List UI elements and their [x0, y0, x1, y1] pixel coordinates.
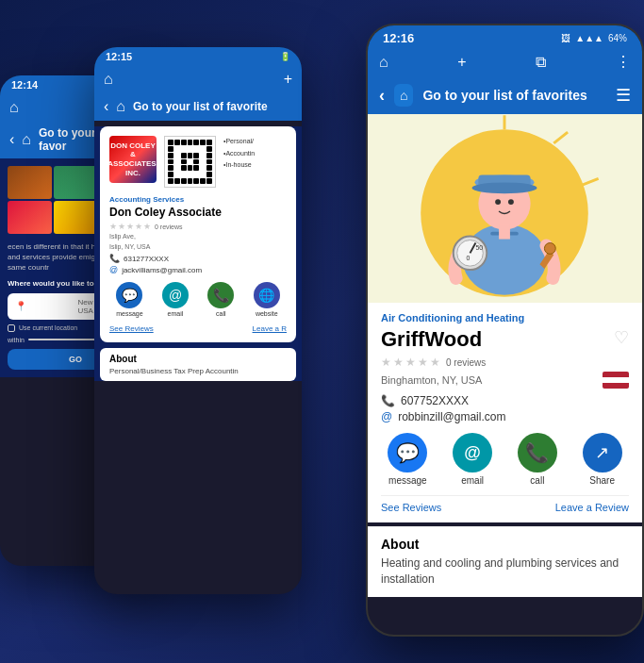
review-row-right: See Reviews Leave a Review [381, 495, 629, 513]
tabs-icon-right[interactable]: ⧉ [536, 54, 546, 71]
home-nav-icon-mid[interactable]: ⌂ [116, 98, 125, 115]
share-action-right[interactable]: ↗ Share [583, 433, 622, 486]
favorite-button-right[interactable]: ♡ [614, 327, 629, 348]
nav-title-mid: Go to your list of favorite [133, 100, 292, 113]
back-button-left[interactable]: ‹ [9, 131, 14, 148]
reviews-count-mid: 0 reviews [155, 224, 183, 230]
phone-icon-right: 📞 [381, 394, 395, 407]
call-icon-mid[interactable]: 📞 [207, 282, 234, 308]
message-icon-right[interactable]: 💬 [388, 433, 427, 472]
phone-mid: 12:15 🔋 ⌂ + ‹ ⌂ Go to your list of favor… [94, 47, 302, 594]
svg-line-2 [553, 132, 568, 143]
svg-rect-18 [499, 225, 510, 240]
svg-text:50: 50 [475, 244, 483, 251]
email-label-right: email [461, 475, 484, 486]
phone-row-right: 📞 607752XXXX [381, 394, 629, 407]
call-icon-right[interactable]: 📞 [518, 433, 557, 472]
message-label-mid: message [116, 310, 142, 317]
right-star-3: ★ [405, 356, 416, 369]
business-hero-image: 0 50 [368, 114, 642, 303]
message-icon-mid[interactable]: 💬 [116, 282, 142, 308]
call-label-right: call [530, 475, 544, 486]
nav-bar-mid: ‹ ⌂ Go to your list of favorite [94, 92, 302, 121]
reviews-count-right: 0 reviews [446, 357, 486, 368]
share-label-right: Share [589, 475, 615, 486]
within-label: within [8, 337, 25, 343]
email-address-mid: jackvilliams@gmail.com [122, 266, 202, 274]
photo-cell-1 [8, 166, 52, 199]
business-card-mid: DON COLEY & ASSOCIATES, INC. •Personal/ … [100, 126, 296, 342]
leave-review-mid[interactable]: Leave a R [253, 324, 287, 333]
status-icons-right: 🖼 ▲▲▲ 64% [561, 33, 627, 43]
phone-row-mid: 📞 631277XXXX [109, 254, 287, 263]
phone-number-mid: 631277XXXX [124, 255, 169, 263]
contact-info-right: 📞 607752XXXX @ robbinzill@gmail.com [381, 394, 629, 423]
about-text-right: Heating and cooling and plumbing service… [381, 555, 629, 588]
photo-cell-4 [8, 201, 52, 234]
home-nav-icon-left[interactable]: ⌂ [22, 131, 31, 148]
biz-name-right: GriffWood [381, 327, 482, 352]
browser-bar-mid: ⌂ + [94, 66, 302, 92]
email-action-mid[interactable]: @ email [162, 282, 189, 317]
back-button-right[interactable]: ‹ [379, 86, 385, 106]
share-icon-right[interactable]: ↗ [583, 433, 622, 472]
email-row-mid: @ jackvilliams@gmail.com [109, 265, 287, 274]
time-right: 12:16 [383, 31, 414, 45]
photo-cell-5 [54, 201, 98, 234]
email-icon-circle-mid[interactable]: @ [162, 282, 189, 308]
biz-logo: DON COLEY & ASSOCIATES, INC. [109, 136, 157, 183]
website-action-mid[interactable]: 🌐 website [254, 282, 280, 317]
menu-icon-right[interactable]: ☰ [616, 85, 631, 106]
use-location-checkbox[interactable] [8, 324, 15, 332]
nav-title-right: Go to your list of favorites [422, 88, 606, 103]
phone-right: 12:16 🖼 ▲▲▲ 64% ⌂ + ⧉ ⋮ ‹ ⌂ Go to your l… [366, 24, 644, 637]
call-label-mid: call [216, 310, 226, 317]
message-label-right: message [388, 475, 427, 486]
home-icon-mid[interactable]: ⌂ [104, 71, 113, 88]
biz-info-right: Air Conditioning and Heating GriffWood ♡… [368, 303, 642, 522]
battery-icon-mid: 🔋 [280, 52, 290, 61]
svg-text:0: 0 [467, 255, 471, 261]
more-menu-icon-right[interactable]: ⋮ [616, 53, 631, 71]
message-action-mid[interactable]: 💬 message [116, 282, 142, 317]
stars-mid: ★ ★ ★ ★ ★ 0 reviews [109, 222, 287, 231]
message-action-right[interactable]: 💬 message [388, 433, 427, 486]
right-star-4: ★ [418, 356, 428, 369]
browser-bar-right: ⌂ + ⧉ ⋮ [368, 49, 642, 76]
about-title-mid: About [109, 354, 287, 364]
svg-point-16 [544, 242, 555, 254]
biz-header-right: GriffWood ♡ [381, 327, 629, 352]
see-reviews-mid[interactable]: See Reviews [109, 324, 154, 333]
email-action-right[interactable]: @ email [453, 433, 492, 486]
new-tab-icon-mid[interactable]: + [284, 71, 292, 88]
time-mid: 12:15 [106, 51, 132, 62]
back-button-mid[interactable]: ‹ [104, 98, 108, 115]
svg-line-3 [582, 178, 599, 185]
website-label-mid: website [256, 310, 278, 317]
signal-icon-right: ▲▲▲ [575, 33, 603, 43]
email-icon-circle-right[interactable]: @ [453, 433, 492, 472]
flag-red-stripe-2 [603, 383, 629, 389]
phone-icon-mid: 📞 [109, 254, 120, 263]
biz-services: •Personal/ •Accountin •In-house [223, 136, 255, 188]
leave-review-right[interactable]: Leave a Review [555, 502, 629, 513]
svg-point-9 [495, 199, 501, 205]
home-nav-box-right[interactable]: ⌂ [394, 84, 413, 107]
phone-number-right: 607752XXXX [401, 394, 469, 407]
star-3: ★ [126, 222, 134, 231]
about-title-right: About [381, 537, 629, 552]
location-row-right: Binghamton, NY, USA [381, 372, 629, 389]
location-icon-left: 📍 [15, 301, 74, 311]
biz-location-right: Binghamton, NY, USA [381, 374, 482, 386]
biz-address-line2-mid: Islip, NY, USA [109, 243, 287, 250]
website-icon-mid[interactable]: 🌐 [254, 282, 280, 308]
home-icon-left[interactable]: ⌂ [9, 99, 19, 116]
email-icon-mid: @ [109, 265, 118, 274]
new-tab-icon-right[interactable]: + [457, 54, 466, 71]
biz-category-mid: Accounting Services [109, 195, 287, 204]
home-browser-icon-right[interactable]: ⌂ [379, 54, 388, 71]
call-action-right[interactable]: 📞 call [518, 433, 557, 486]
see-reviews-right[interactable]: See Reviews [381, 502, 441, 513]
svg-point-10 [508, 199, 514, 205]
call-action-mid[interactable]: 📞 call [207, 282, 234, 317]
